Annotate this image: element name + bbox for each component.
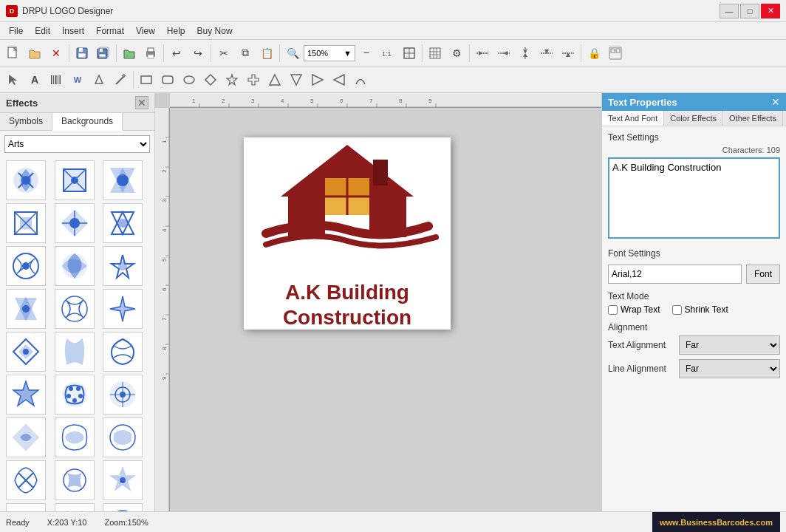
print-button[interactable]: [140, 43, 161, 64]
triangle-btn[interactable]: [264, 69, 285, 90]
down-triangle-btn[interactable]: [286, 69, 307, 90]
top-btn[interactable]: [536, 43, 557, 64]
text-alignment-select[interactable]: Far Near Center: [679, 335, 780, 355]
symbol-item[interactable]: [103, 417, 143, 457]
zoom-input-container[interactable]: 150% ▼: [304, 45, 355, 61]
left-triangle-btn[interactable]: [329, 69, 349, 90]
symbol-item[interactable]: [6, 203, 46, 243]
menu-buynow[interactable]: Buy Now: [191, 24, 239, 38]
symbol-item[interactable]: [55, 160, 95, 200]
maximize-button[interactable]: □: [740, 4, 759, 18]
wrap-text-checkbox[interactable]: [608, 305, 618, 315]
symbol-item[interactable]: [6, 289, 46, 329]
tab-symbols[interactable]: Symbols: [0, 113, 52, 130]
arc-btn[interactable]: [350, 69, 371, 90]
redo-button[interactable]: ↪: [188, 43, 208, 64]
symbol-item[interactable]: [6, 417, 46, 457]
menu-view[interactable]: View: [130, 24, 161, 38]
open-button[interactable]: [24, 43, 45, 64]
symbol-item[interactable]: [55, 375, 95, 415]
zoom-dropdown-icon[interactable]: ▼: [344, 49, 352, 58]
symbol-item[interactable]: [6, 246, 46, 286]
diamond-btn[interactable]: [200, 69, 221, 90]
menu-insert[interactable]: Insert: [56, 24, 90, 38]
rounded-rect-btn[interactable]: [157, 69, 178, 90]
paste-button[interactable]: 📋: [256, 43, 277, 64]
align-right-btn[interactable]: [493, 43, 514, 64]
close-doc-button[interactable]: ✕: [46, 43, 66, 64]
wrap-text-option[interactable]: Wrap Text: [608, 304, 660, 315]
text-properties-close[interactable]: ✕: [771, 96, 780, 108]
save-all-button[interactable]: [93, 43, 114, 64]
canvas-design-area[interactable]: A.K Building Construction: [244, 137, 451, 330]
center-btn[interactable]: [515, 43, 536, 64]
pencil-btn[interactable]: [110, 69, 131, 90]
actual-size-btn[interactable]: 1:1: [377, 43, 398, 64]
symbol-item[interactable]: [103, 503, 143, 511]
select-btn[interactable]: [3, 69, 24, 90]
cut-button[interactable]: ✂: [213, 43, 234, 64]
star-btn[interactable]: [222, 69, 242, 90]
symbol-item[interactable]: [55, 460, 95, 500]
tab-color-effects[interactable]: Color Effects: [664, 111, 723, 126]
minimize-button[interactable]: —: [720, 4, 739, 18]
arts-dropdown[interactable]: Arts Nature Abstract Animals Business: [4, 135, 150, 153]
zoom-out-btn[interactable]: 🔍: [282, 43, 303, 64]
tab-other-effects[interactable]: Other Effects: [723, 111, 783, 126]
font-button[interactable]: Font: [746, 265, 780, 284]
grid-btn[interactable]: [425, 43, 445, 64]
align-left-btn[interactable]: [472, 43, 493, 64]
symbol-item[interactable]: [103, 203, 143, 243]
tab-text-and-font[interactable]: Text And Font: [602, 111, 664, 126]
lock-btn[interactable]: 🔒: [584, 43, 604, 64]
symbol-item[interactable]: [103, 332, 143, 372]
font-input-field[interactable]: [608, 265, 742, 284]
symbol-item[interactable]: [103, 160, 143, 200]
symbol-item[interactable]: [6, 503, 46, 511]
new-button[interactable]: [3, 43, 24, 64]
rect-btn[interactable]: [136, 69, 157, 90]
symbol-item[interactable]: [103, 246, 143, 286]
menu-file[interactable]: File: [3, 24, 29, 38]
effects-close-button[interactable]: ✕: [135, 96, 148, 109]
right-triangle-btn[interactable]: [307, 69, 328, 90]
symbol-item[interactable]: [6, 160, 46, 200]
cross-btn[interactable]: [243, 69, 264, 90]
symbol-item[interactable]: [55, 246, 95, 286]
symbol-item[interactable]: [55, 289, 95, 329]
menu-format[interactable]: Format: [90, 24, 130, 38]
shape-btn[interactable]: [89, 69, 109, 90]
wordart-btn[interactable]: W: [67, 69, 88, 90]
properties-btn[interactable]: ⚙: [446, 43, 467, 64]
category-select[interactable]: Arts Nature Abstract Animals Business: [4, 135, 150, 153]
copy-button[interactable]: ⧉: [235, 43, 256, 64]
save-button[interactable]: [72, 43, 92, 64]
zoom-in-btn[interactable]: －: [356, 43, 377, 64]
tab-backgrounds[interactable]: Backgrounds: [52, 113, 123, 131]
symbol-item[interactable]: [103, 460, 143, 500]
fit-page-btn[interactable]: [399, 43, 420, 64]
barcode-btn[interactable]: [46, 69, 66, 90]
undo-button[interactable]: ↩: [166, 43, 187, 64]
symbol-item[interactable]: [103, 375, 143, 415]
symbol-item[interactable]: [55, 203, 95, 243]
text-input[interactable]: A.K Building Construction: [608, 157, 780, 239]
open-template-button[interactable]: ↑: [119, 43, 140, 64]
symbol-item[interactable]: [6, 332, 46, 372]
menu-edit[interactable]: Edit: [29, 24, 56, 38]
line-alignment-select[interactable]: Far Near Center: [679, 359, 780, 378]
symbol-item[interactable]: [6, 460, 46, 500]
shrink-text-option[interactable]: Shrink Text: [672, 304, 728, 315]
close-button[interactable]: ✕: [761, 4, 780, 18]
ellipse-btn[interactable]: [179, 69, 199, 90]
symbol-item[interactable]: [103, 289, 143, 329]
menu-help[interactable]: Help: [161, 24, 191, 38]
bottom-btn[interactable]: [558, 43, 578, 64]
shrink-text-checkbox[interactable]: [672, 305, 682, 315]
group-btn[interactable]: [605, 43, 626, 64]
symbol-item[interactable]: [55, 332, 95, 372]
text-btn[interactable]: A: [24, 69, 45, 90]
symbol-item[interactable]: [55, 417, 95, 457]
symbol-item[interactable]: [55, 503, 95, 511]
symbol-item[interactable]: [6, 375, 46, 415]
